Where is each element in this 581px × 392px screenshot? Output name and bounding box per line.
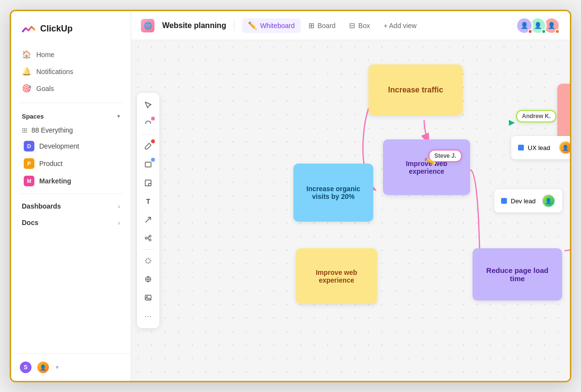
sticky-note-tool[interactable] [140,175,156,191]
nav-goals[interactable]: 🎯 Goals [17,80,125,97]
arrow-tool[interactable] [140,211,156,228]
docs-chevron: › [118,219,120,226]
task-card-ux-lead[interactable]: UX lead 👤 [511,136,570,159]
project-title: Website planning [162,21,226,30]
tab-box[interactable]: ⊟ Box [343,18,376,33]
cursor-tool[interactable] [140,97,156,113]
ux-lead-avatar: 👤 [559,141,570,154]
smart-draw-dot [151,117,155,121]
main-nav: 🏠 Home 🔔 Notifications 🎯 Goals [11,44,131,99]
pen-tool[interactable] [140,138,156,154]
app-name: ClickUp [40,24,73,34]
collaborator-avatars: 👤 👤 👤 [516,17,560,34]
text-tool[interactable]: T [140,193,156,210]
note-increase-organic[interactable]: Increase organic visits by 20% [293,164,373,222]
sparkle-tool[interactable] [140,253,156,269]
svg-point-4 [149,235,151,237]
board-tab-icon: ⊞ [308,21,315,30]
status-dot-3 [555,29,560,34]
add-view-tab[interactable]: + Add view [378,19,422,32]
svg-point-5 [149,239,151,241]
nav-goals-label: Goals [36,85,54,92]
ux-lead-label: UX lead [528,144,550,151]
status-dot-1 [528,29,533,34]
ux-lead-dot [518,145,524,151]
nav-home-label: Home [36,51,54,59]
image-tool[interactable] [140,289,156,306]
svg-rect-1 [145,162,151,167]
sidebar-item-marketing[interactable]: M Marketing [13,172,129,190]
logo-area[interactable]: ClickUp [11,11,131,44]
nav-notifications-label: Notifications [36,68,73,75]
box-tab-icon: ⊟ [349,21,355,30]
clickup-logo-icon [21,21,36,36]
sidebar-item-development[interactable]: D Development [13,137,129,155]
dashboards-item[interactable]: Dashboards › [11,198,131,214]
status-dot-2 [541,29,546,34]
connector-tool[interactable] [140,230,156,246]
marketing-label: Marketing [39,177,71,185]
nav-home[interactable]: 🏠 Home [17,46,125,63]
tab-whiteboard[interactable]: ✏️ Whiteboard [242,18,301,33]
dashboards-label: Dashboards [22,202,61,210]
avatar-user1-wrapper: 👤 [516,17,533,34]
bell-icon: 🔔 [22,67,31,76]
tool-divider-1 [142,135,154,135]
globe-tool[interactable] [140,271,156,287]
development-label: Development [39,142,79,150]
whiteboard-tab-label: Whiteboard [260,22,295,30]
rect-dot [151,158,155,162]
pen-dot [151,139,155,143]
sidebar-item-product[interactable]: P Product [13,155,129,172]
product-label: Product [39,160,62,167]
header-divider [234,21,234,30]
add-view-label: + Add view [383,22,416,30]
svg-point-8 [146,296,147,297]
marketing-badge: M [24,176,34,186]
spaces-label: Spaces [22,113,44,120]
sidebar: ClickUp 🏠 Home 🔔 Notifications 🎯 Goals S… [11,11,131,381]
nav-notifications[interactable]: 🔔 Notifications [17,63,125,80]
task-card-dev-lead[interactable]: Dev lead 👤 [494,189,562,212]
project-icon: 🌐 [141,19,154,32]
spaces-chevron: ▾ [117,113,120,120]
divider-2 [19,194,123,194]
tool-palette: + T [137,93,159,328]
whiteboard-canvas[interactable]: + T [131,40,570,381]
user-avatar-s[interactable]: S [19,361,32,374]
main-content: 🌐 Website planning ✏️ Whiteboard ⊞ Board… [131,11,570,381]
sidebar-item-everything[interactable]: ⊞ 88 Everything [11,123,131,137]
dashboards-chevron: › [118,203,120,210]
docs-label: Docs [22,219,38,226]
docs-item[interactable]: Docs › [11,214,131,231]
goals-icon: 🎯 [22,84,31,93]
header-tabs: ✏️ Whiteboard ⊞ Board ⊟ Box + Add view [242,18,422,33]
more-tools[interactable]: ··· [140,308,156,324]
rectangle-tool[interactable] [140,156,156,173]
spaces-header[interactable]: Spaces ▾ [11,107,131,123]
svg-point-3 [145,237,147,239]
divider-1 [19,103,123,103]
user-photo-avatar: 👤 [36,361,50,374]
everything-label: 88 Everything [31,126,73,134]
header-right: 👤 👤 👤 [516,17,560,34]
dev-lead-avatar: 👤 [542,194,555,208]
sidebar-footer: S 👤 ▾ [11,353,131,381]
cursor-andrew: ▶ [509,118,515,127]
development-badge: D [24,141,34,151]
whiteboard-tab-icon: ✏️ [248,21,257,30]
user-menu-chevron[interactable]: ▾ [56,364,59,371]
smart-draw-tool[interactable]: + [140,115,156,132]
dev-lead-label: Dev lead [511,197,535,205]
note-improve-web-yellow[interactable]: Improve web experience [296,248,377,304]
product-badge: P [24,158,34,169]
everything-icon: ⊞ [22,126,28,134]
dev-lead-dot [501,198,507,204]
svg-rect-2 [145,180,151,186]
home-icon: 🏠 [22,50,31,59]
note-reduce-page-load[interactable]: Reduce page load time [473,248,562,301]
tab-board[interactable]: ⊞ Board [303,18,341,33]
user-label-andrew: Andrew K. [516,110,556,122]
header-bar: 🌐 Website planning ✏️ Whiteboard ⊞ Board… [131,11,570,40]
note-increase-traffic[interactable]: Increase traffic [368,64,463,115]
